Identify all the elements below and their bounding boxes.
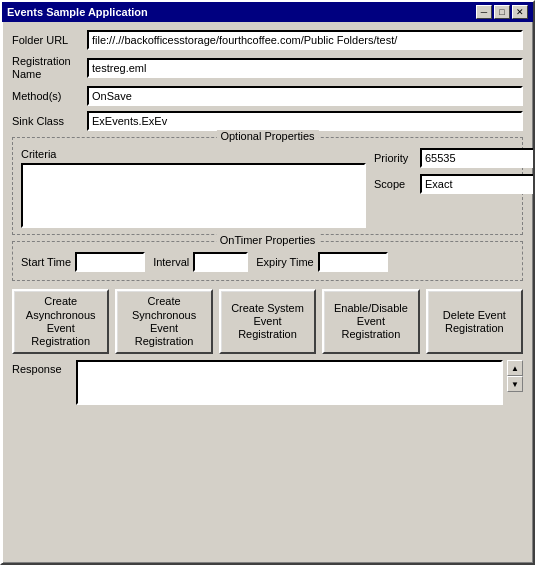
scope-row: Scope: [374, 174, 514, 194]
methods-input[interactable]: [87, 86, 523, 106]
app-window: Events Sample Application ─ □ ✕ Folder U…: [0, 0, 535, 565]
window-title: Events Sample Application: [7, 6, 148, 18]
criteria-area: Criteria: [21, 148, 366, 228]
methods-row: Method(s): [12, 86, 523, 106]
ontimer-properties-label: OnTimer Properties: [216, 234, 320, 246]
title-bar-buttons: ─ □ ✕: [476, 5, 528, 19]
registration-name-label: RegistrationName: [12, 55, 87, 81]
ontimer-body: Start Time Interval Expiry Time: [21, 252, 514, 272]
expiry-time-label: Expiry Time: [256, 256, 313, 268]
expiry-time-input[interactable]: [318, 252, 388, 272]
sink-class-label: Sink Class: [12, 115, 87, 127]
priority-label: Priority: [374, 152, 416, 164]
response-row: Response ▲ ▼: [12, 360, 523, 405]
maximize-button[interactable]: □: [494, 5, 510, 19]
response-label: Response: [12, 360, 72, 375]
ontimer-properties-section: OnTimer Properties Start Time Interval E…: [12, 241, 523, 281]
create-sync-button[interactable]: CreateSynchronousEventRegistration: [115, 289, 212, 354]
folder-url-label: Folder URL: [12, 34, 87, 46]
start-time-label: Start Time: [21, 256, 71, 268]
response-scrollbar: ▲ ▼: [507, 360, 523, 392]
methods-label: Method(s): [12, 90, 87, 102]
registration-name-row: RegistrationName: [12, 55, 523, 81]
interval-field: Interval: [153, 252, 248, 272]
criteria-textarea[interactable]: [21, 163, 366, 228]
interval-label: Interval: [153, 256, 189, 268]
window-content: Folder URL RegistrationName Method(s) Si…: [2, 22, 533, 563]
scope-label: Scope: [374, 178, 416, 190]
sink-class-row: Sink Class: [12, 111, 523, 131]
priority-row: Priority: [374, 148, 514, 168]
optional-body: Criteria Priority Scope: [21, 148, 514, 228]
create-async-button[interactable]: CreateAsynchronousEventRegistration: [12, 289, 109, 354]
sink-class-input[interactable]: [87, 111, 523, 131]
interval-input[interactable]: [193, 252, 248, 272]
folder-url-input[interactable]: [87, 30, 523, 50]
folder-url-row: Folder URL: [12, 30, 523, 50]
delete-event-button[interactable]: Delete EventRegistration: [426, 289, 523, 354]
registration-name-input[interactable]: [87, 58, 523, 78]
expiry-time-field: Expiry Time: [256, 252, 387, 272]
scroll-down-button[interactable]: ▼: [507, 376, 523, 392]
start-time-field: Start Time: [21, 252, 145, 272]
optional-properties-section: Optional Properties Criteria Priority Sc…: [12, 137, 523, 235]
start-time-input[interactable]: [75, 252, 145, 272]
minimize-button[interactable]: ─: [476, 5, 492, 19]
create-system-button[interactable]: Create SystemEventRegistration: [219, 289, 316, 354]
buttons-row: CreateAsynchronousEventRegistration Crea…: [12, 289, 523, 354]
right-fields: Priority Scope: [374, 148, 514, 228]
priority-input[interactable]: [420, 148, 533, 168]
optional-properties-label: Optional Properties: [216, 130, 318, 142]
title-bar: Events Sample Application ─ □ ✕: [2, 2, 533, 22]
enable-disable-button[interactable]: Enable/DisableEventRegistration: [322, 289, 419, 354]
response-textarea[interactable]: [76, 360, 503, 405]
scroll-up-button[interactable]: ▲: [507, 360, 523, 376]
close-button[interactable]: ✕: [512, 5, 528, 19]
scope-input[interactable]: [420, 174, 533, 194]
criteria-label: Criteria: [21, 148, 366, 160]
